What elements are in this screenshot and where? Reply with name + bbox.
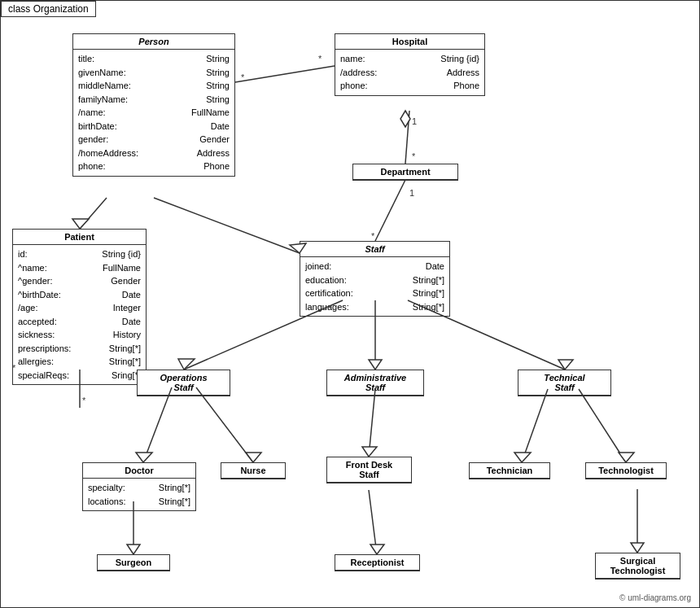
svg-line-0 — [235, 66, 335, 82]
department-title: Department — [353, 164, 457, 180]
nurse-title: Nurse — [221, 463, 285, 479]
copyright: © uml-diagrams.org — [619, 593, 691, 602]
class-surgeon: Surgeon — [97, 554, 170, 571]
surgeon-title: Surgeon — [98, 555, 169, 571]
staff-title: Staff — [300, 242, 449, 257]
administrative-staff-title: AdministrativeStaff — [327, 370, 423, 396]
doctor-title: Doctor — [83, 463, 195, 479]
doctor-attrs: specialty:String[*] locations:String[*] — [83, 479, 195, 510]
class-technical-staff: TechnicalStaff — [518, 370, 611, 396]
class-surgical-technologist: SurgicalTechnologist — [595, 553, 680, 580]
svg-line-31 — [579, 389, 626, 462]
svg-marker-38 — [631, 543, 644, 553]
technologist-title: Technologist — [586, 463, 666, 479]
class-department: Department — [352, 164, 458, 181]
diagram-container: class Organization Person title:String g… — [0, 0, 700, 608]
patient-attrs: id:String {id} ^name:FullName ^gender:Ge… — [13, 245, 146, 384]
front-desk-staff-title: Front DeskStaff — [327, 457, 411, 483]
surgical-technologist-title: SurgicalTechnologist — [596, 553, 680, 579]
class-technician: Technician — [469, 462, 550, 479]
svg-line-27 — [369, 389, 375, 457]
class-patient: Patient id:String {id} ^name:FullName ^g… — [12, 229, 147, 385]
svg-marker-34 — [127, 545, 140, 554]
operations-staff-title: OperationsStaff — [138, 370, 230, 396]
svg-line-35 — [369, 490, 377, 554]
svg-text:*: * — [318, 54, 322, 63]
svg-line-7 — [375, 180, 405, 241]
svg-marker-24 — [136, 453, 152, 462]
class-operations-staff: OperationsStaff — [137, 370, 230, 396]
svg-line-12 — [80, 198, 107, 229]
svg-marker-26 — [246, 453, 261, 462]
person-title: Person — [73, 34, 234, 50]
svg-marker-22 — [558, 360, 573, 370]
svg-text:*: * — [82, 396, 86, 405]
svg-line-29 — [522, 389, 548, 462]
svg-marker-36 — [370, 545, 384, 554]
svg-text:1: 1 — [409, 188, 414, 198]
svg-marker-4 — [400, 111, 410, 127]
svg-text:1: 1 — [412, 116, 417, 126]
staff-attrs: joined:Date education:String[*] certific… — [300, 257, 449, 316]
class-receptionist: Receptionist — [335, 554, 420, 571]
person-attrs: title:String givenName:String middleName… — [73, 50, 234, 176]
class-administrative-staff: AdministrativeStaff — [326, 370, 424, 396]
class-hospital: Hospital name:String {id} /address:Addre… — [335, 33, 485, 96]
receptionist-title: Receptionist — [335, 555, 419, 571]
technical-staff-title: TechnicalStaff — [518, 370, 610, 396]
svg-text:*: * — [241, 72, 245, 82]
class-doctor: Doctor specialty:String[*] locations:Str… — [82, 462, 196, 511]
frame-label: class Organization — [1, 1, 96, 17]
svg-marker-18 — [178, 359, 195, 370]
svg-marker-13 — [72, 219, 89, 229]
technician-title: Technician — [470, 463, 549, 479]
class-nurse: Nurse — [221, 462, 286, 479]
class-front-desk-staff: Front DeskStaff — [326, 457, 412, 483]
svg-line-10 — [154, 198, 300, 253]
class-person: Person title:String givenName:String mid… — [72, 33, 235, 177]
svg-line-25 — [196, 387, 253, 462]
svg-text:*: * — [412, 151, 416, 161]
patient-title: Patient — [13, 230, 146, 245]
svg-marker-20 — [369, 360, 382, 370]
svg-marker-28 — [362, 447, 377, 457]
hospital-title: Hospital — [335, 34, 484, 50]
svg-marker-30 — [514, 453, 531, 462]
svg-line-23 — [143, 387, 172, 462]
svg-line-3 — [405, 111, 409, 164]
svg-text:*: * — [371, 231, 375, 241]
svg-marker-32 — [619, 453, 634, 462]
class-technologist: Technologist — [585, 462, 667, 479]
hospital-attrs: name:String {id} /address:Address phone:… — [335, 50, 484, 95]
class-staff: Staff joined:Date education:String[*] ce… — [300, 241, 450, 317]
